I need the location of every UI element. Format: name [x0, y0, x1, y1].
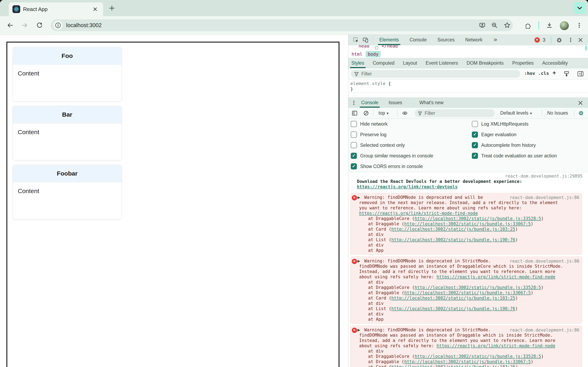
stack-link[interactable]: http://localhost:3002/static/js/bundle.j…	[404, 290, 531, 295]
checkbox-checked-icon[interactable]	[472, 142, 478, 148]
stack-link[interactable]: http://localhost:3002/static/js/bundle.j…	[415, 216, 541, 221]
styles-tab-computed[interactable]: Computed	[371, 58, 396, 68]
new-tab-button[interactable]	[108, 4, 116, 12]
settings-checkbox-autocomplete-from-history[interactable]: Autocomplete from history	[472, 140, 557, 150]
console-message-error[interactable]: react-dom.development.js:86Warning: find…	[350, 325, 582, 367]
error-badge-icon[interactable]	[535, 37, 540, 43]
console-tab-console[interactable]: Console	[360, 98, 380, 108]
message-source[interactable]: react-dom.development.js:29895	[357, 174, 582, 179]
live-expression-eye-icon[interactable]	[402, 110, 408, 116]
back-button[interactable]	[7, 22, 13, 29]
stack-link[interactable]: http://localhost:3002/static/js/bundle.j…	[391, 227, 515, 232]
issues-counter[interactable]: No Issues	[547, 110, 568, 116]
message-source[interactable]: react-dom.development.js:86	[510, 259, 579, 264]
stack-link[interactable]: http://localhost:3002/static/js/bundle.j…	[415, 285, 541, 290]
message-source[interactable]: react-dom.development.js:86	[510, 195, 579, 200]
url-text[interactable]: localhost:3002	[66, 22, 102, 29]
settings-checkbox-preserve-log[interactable]: Preserve log	[351, 129, 433, 140]
more-tabs-icon[interactable]	[494, 36, 497, 43]
drawer-menu-kebab-icon[interactable]	[351, 100, 356, 105]
stack-link[interactable]: http://localhost:3002/static/js/bundle.j…	[415, 354, 541, 359]
checkbox-unchecked-icon[interactable]	[472, 121, 478, 127]
content-card[interactable]: Foo Content	[13, 47, 122, 101]
content-card[interactable]: Foobar Content	[13, 165, 122, 219]
stack-link[interactable]: http://localhost:3002/static/js/bundle.j…	[391, 296, 515, 300]
stack-link[interactable]: http://localhost:3002/static/js/bundle.j…	[391, 237, 515, 242]
rendering-emulation-icon[interactable]	[563, 70, 570, 77]
log-levels-dropdown[interactable]: Default levels	[500, 110, 532, 116]
tab-sources[interactable]: Sources	[436, 35, 456, 45]
toggle-class-button[interactable]: .cls	[538, 71, 549, 76]
stack-link[interactable]: http://localhost:3002/static/js/bundle.j…	[391, 365, 515, 367]
expand-triangle-icon[interactable]	[357, 259, 360, 263]
clear-console-icon[interactable]	[363, 110, 369, 116]
card-header[interactable]: Foo	[13, 47, 121, 65]
inspect-element-icon[interactable]	[353, 37, 359, 43]
styles-tab-layout[interactable]: Layout	[402, 58, 419, 68]
settings-checkbox-show-cors-errors-in-console[interactable]: Show CORS errors in console	[351, 161, 433, 172]
downloads-icon[interactable]	[546, 22, 553, 29]
devtools-close-icon[interactable]	[577, 37, 584, 43]
context-selector[interactable]: top	[379, 110, 389, 116]
checkbox-checked-icon[interactable]	[351, 153, 357, 159]
styles-tab-accessibility[interactable]: Accessibility	[541, 58, 569, 68]
breadcrumb-html[interactable]: html	[350, 51, 364, 57]
forward-button[interactable]	[21, 22, 28, 29]
message-link[interactable]: https://reactjs.org/link/react-devtools	[357, 184, 458, 189]
toggle-hover-state-button[interactable]: :hov	[524, 71, 535, 76]
tab-elements[interactable]: Elements	[378, 35, 400, 45]
console-filter-input[interactable]: Filter	[415, 109, 495, 117]
drawer-close-icon[interactable]	[577, 100, 584, 106]
browser-menu-kebab-icon[interactable]	[576, 22, 583, 29]
extensions-puzzle-icon[interactable]	[525, 22, 531, 29]
styles-tab-dom-breakpoints[interactable]: DOM Breakpoints	[465, 58, 505, 68]
message-link[interactable]: https://reactjs.org/link/strict-mode-fin…	[437, 275, 555, 279]
checkbox-unchecked-icon[interactable]	[351, 142, 357, 148]
console-tab-issues[interactable]: Issues	[387, 98, 403, 108]
message-link[interactable]: https://reactjs.org/link/strict-mode-fin…	[437, 343, 555, 348]
console-tab-what-s-new[interactable]: What's new	[418, 98, 445, 108]
new-style-rule-button[interactable]: +	[553, 69, 556, 76]
settings-checkbox-selected-context-only[interactable]: Selected context only	[351, 140, 433, 150]
dom-tree-clipped-row[interactable]: head </head	[348, 45, 588, 50]
profile-avatar[interactable]	[560, 21, 569, 30]
browser-tab[interactable]: React App	[9, 2, 103, 16]
console-sidebar-toggle-icon[interactable]	[352, 110, 358, 116]
content-card[interactable]: Bar Content	[13, 106, 122, 160]
devtools-menu-kebab-icon[interactable]	[568, 37, 574, 43]
toggle-sidebar-icon[interactable]	[577, 70, 584, 77]
stack-link[interactable]: http://localhost:3002/static/js/bundle.j…	[404, 221, 531, 226]
message-link[interactable]: https://reactjs.org/link/strict-mode-fin…	[359, 211, 478, 216]
bookmark-star-icon[interactable]	[504, 22, 511, 29]
settings-checkbox-eager-evaluation[interactable]: Eager evaluation	[472, 129, 557, 140]
settings-checkbox-log-xmlhttprequests[interactable]: Log XMLHttpRequests	[472, 119, 557, 129]
checkbox-unchecked-icon[interactable]	[351, 132, 357, 138]
styles-filter-input[interactable]: Filter	[351, 70, 520, 78]
tab-close-icon[interactable]	[92, 6, 98, 12]
settings-checkbox-group-similar-messages-in-console[interactable]: Group similar messages in console	[351, 150, 433, 161]
message-source[interactable]: react-dom.development.js:86	[510, 328, 579, 333]
checkbox-checked-icon[interactable]	[351, 163, 357, 169]
breadcrumb-body[interactable]: body	[366, 51, 380, 57]
expand-triangle-icon[interactable]	[357, 328, 360, 332]
install-app-icon[interactable]	[479, 22, 486, 29]
styles-tab-event-listeners[interactable]: Event Listeners	[424, 58, 459, 68]
expand-triangle-icon[interactable]	[357, 195, 360, 200]
stack-link[interactable]: http://localhost:3002/static/js/bundle.j…	[391, 306, 515, 311]
styles-tab-styles[interactable]: Styles	[350, 58, 366, 68]
checkbox-checked-icon[interactable]	[472, 153, 478, 159]
element-style-block[interactable]: element.style { }	[348, 80, 588, 93]
devtools-settings-gear-icon[interactable]	[556, 37, 563, 44]
tab-network[interactable]: Network	[464, 35, 484, 45]
console-message-error[interactable]: react-dom.development.js:86Warning: find…	[350, 193, 582, 255]
site-info-button[interactable]	[53, 21, 62, 30]
card-header[interactable]: Bar	[13, 106, 121, 123]
error-count[interactable]: 3	[543, 37, 545, 43]
styles-tab-properties[interactable]: Properties	[511, 58, 535, 68]
reload-button[interactable]	[36, 22, 43, 29]
console-settings-gear-icon[interactable]	[578, 110, 584, 117]
tab-search-chevron-button[interactable]	[574, 2, 586, 14]
card-header[interactable]: Foobar	[13, 165, 121, 182]
tab-console[interactable]: Console	[408, 35, 428, 45]
checkbox-unchecked-icon[interactable]	[351, 121, 357, 127]
